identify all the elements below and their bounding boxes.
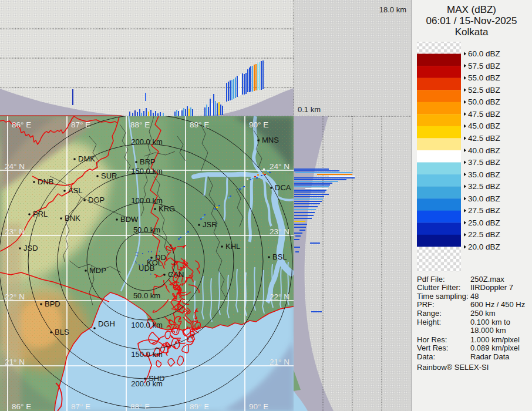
svg-text:30.0 dBZ: 30.0 dBZ bbox=[468, 194, 500, 203]
svg-text:22° N: 22° N bbox=[5, 292, 25, 301]
svg-text:Height:: Height: bbox=[417, 318, 441, 326]
svg-text:Vert Res:: Vert Res: bbox=[417, 343, 448, 352]
svg-text:Data:: Data: bbox=[417, 352, 435, 361]
svg-text:Radar Data: Radar Data bbox=[470, 352, 510, 361]
svg-text:86° E: 86° E bbox=[12, 402, 31, 411]
svg-text:50.0 dBZ: 50.0 dBZ bbox=[468, 97, 500, 106]
svg-text:100.0 km: 100.0 km bbox=[131, 196, 162, 205]
svg-text:BDW: BDW bbox=[120, 215, 139, 224]
svg-text:DMK: DMK bbox=[78, 154, 95, 163]
svg-text:22.5 dBZ: 22.5 dBZ bbox=[468, 230, 500, 239]
svg-text:KHL: KHL bbox=[225, 242, 240, 251]
svg-text:150.0 km: 150.0 km bbox=[131, 350, 162, 359]
svg-text:UDB: UDB bbox=[139, 264, 154, 272]
svg-text:57.5 dBZ: 57.5 dBZ bbox=[468, 62, 500, 70]
svg-text:250 km: 250 km bbox=[470, 309, 496, 318]
svg-text:90° E: 90° E bbox=[249, 120, 268, 129]
svg-text:88° E: 88° E bbox=[130, 120, 150, 129]
svg-text:60.0 dBZ: 60.0 dBZ bbox=[468, 49, 500, 58]
svg-text:CAN: CAN bbox=[168, 270, 184, 279]
svg-text:87° E: 87° E bbox=[71, 120, 90, 129]
svg-text:86° E: 86° E bbox=[12, 120, 31, 129]
svg-text:20.0 dBZ: 20.0 dBZ bbox=[468, 242, 500, 251]
svg-text:22° N: 22° N bbox=[270, 292, 289, 301]
svg-text:IIRDoppler 7: IIRDoppler 7 bbox=[470, 283, 513, 292]
svg-text:24° N: 24° N bbox=[270, 162, 289, 171]
svg-text:ASL: ASL bbox=[68, 186, 83, 195]
svg-text:0.1 km: 0.1 km bbox=[298, 105, 321, 114]
svg-text:45.0 dBZ: 45.0 dBZ bbox=[468, 122, 500, 130]
svg-text:SUR: SUR bbox=[101, 171, 117, 180]
svg-text:150.0 km: 150.0 km bbox=[131, 167, 162, 176]
svg-text:BPD: BPD bbox=[45, 299, 60, 308]
svg-text:DNB: DNB bbox=[38, 177, 53, 186]
svg-text:21° N: 21° N bbox=[5, 358, 25, 366]
svg-text:Kolkata: Kolkata bbox=[455, 26, 489, 38]
svg-text:100.0 km: 100.0 km bbox=[131, 321, 162, 329]
svg-text:MDP: MDP bbox=[89, 266, 106, 275]
svg-text:250Z.max: 250Z.max bbox=[470, 275, 504, 284]
svg-text:89° E: 89° E bbox=[190, 120, 209, 129]
svg-text:18.000 km: 18.000 km bbox=[470, 326, 506, 335]
svg-text:BNK: BNK bbox=[65, 214, 80, 223]
svg-text:SHD: SHD bbox=[149, 374, 164, 383]
svg-text:200.0 km: 200.0 km bbox=[131, 137, 162, 146]
svg-text:DGP: DGP bbox=[88, 196, 105, 204]
svg-text:Pdf File:: Pdf File: bbox=[417, 275, 445, 284]
svg-text:MAX (dBZ): MAX (dBZ) bbox=[447, 4, 496, 15]
svg-text:Rainbow® SELEX-SI: Rainbow® SELEX-SI bbox=[417, 363, 489, 372]
svg-text:BSL: BSL bbox=[272, 252, 287, 261]
svg-text:25.0 dBZ: 25.0 dBZ bbox=[468, 218, 500, 227]
svg-text:BLS: BLS bbox=[55, 328, 69, 336]
svg-text:42.5 dBZ: 42.5 dBZ bbox=[468, 134, 500, 143]
svg-text:52.5 dBZ: 52.5 dBZ bbox=[468, 86, 500, 95]
svg-text:35.0 dBZ: 35.0 dBZ bbox=[468, 170, 500, 179]
svg-text:600 Hz / 450 Hz: 600 Hz / 450 Hz bbox=[470, 300, 525, 309]
svg-text:21° N: 21° N bbox=[270, 358, 289, 366]
svg-text:Hor Res:: Hor Res: bbox=[417, 335, 447, 344]
svg-text:JSD: JSD bbox=[23, 244, 38, 252]
svg-text:55.0 dBZ: 55.0 dBZ bbox=[468, 73, 500, 82]
svg-text:23° N: 23° N bbox=[270, 227, 289, 236]
svg-text:Range:: Range: bbox=[417, 309, 442, 318]
svg-text:87° E: 87° E bbox=[71, 402, 90, 411]
svg-text:JSR: JSR bbox=[203, 220, 217, 229]
svg-text:1.000 km/pixel: 1.000 km/pixel bbox=[470, 335, 520, 344]
svg-text:18.0 km: 18.0 km bbox=[379, 5, 406, 14]
svg-text:90° E: 90° E bbox=[249, 402, 268, 411]
svg-text:MNS: MNS bbox=[262, 136, 279, 144]
svg-text:PRF:: PRF: bbox=[417, 300, 435, 309]
svg-text:89° E: 89° E bbox=[190, 402, 209, 411]
svg-text:06:01 / 15-Nov-2025: 06:01 / 15-Nov-2025 bbox=[426, 15, 517, 26]
svg-text:37.5 dBZ: 37.5 dBZ bbox=[468, 158, 500, 167]
svg-text:PRL: PRL bbox=[33, 210, 48, 218]
svg-text:32.5 dBZ: 32.5 dBZ bbox=[468, 182, 500, 191]
svg-text:23° N: 23° N bbox=[5, 227, 25, 236]
svg-text:88° E: 88° E bbox=[130, 402, 150, 411]
svg-text:0.089 km/pixel: 0.089 km/pixel bbox=[470, 343, 520, 352]
svg-text:Time sampling:: Time sampling: bbox=[417, 292, 469, 301]
svg-text:BRP: BRP bbox=[140, 157, 156, 166]
svg-text:50.0 km: 50.0 km bbox=[133, 291, 160, 300]
svg-text:40.0 dBZ: 40.0 dBZ bbox=[468, 146, 500, 155]
svg-text:DGH: DGH bbox=[98, 319, 115, 328]
svg-text:47.5 dBZ: 47.5 dBZ bbox=[468, 110, 500, 119]
svg-text:27.5 dBZ: 27.5 dBZ bbox=[468, 206, 500, 215]
svg-text:DCA: DCA bbox=[275, 183, 291, 192]
svg-text:24° N: 24° N bbox=[5, 162, 25, 171]
svg-text:0.100 km to: 0.100 km to bbox=[470, 318, 510, 326]
svg-text:KRG: KRG bbox=[159, 204, 175, 213]
svg-text:50.0 km: 50.0 km bbox=[133, 225, 160, 234]
svg-text:48: 48 bbox=[470, 292, 479, 301]
svg-text:Clutter Filter:: Clutter Filter: bbox=[417, 283, 460, 292]
